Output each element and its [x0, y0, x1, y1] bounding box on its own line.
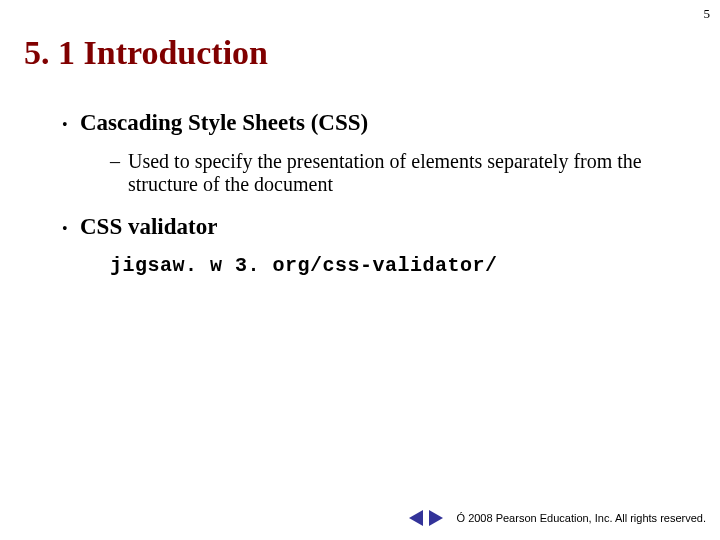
dash-icon: – [110, 150, 128, 196]
bullet-1: • Cascading Style Sheets (CSS) [62, 110, 680, 136]
footer: Ó 2008 Pearson Education, Inc. All right… [409, 510, 706, 526]
bullet-1-sub: – Used to specify the presentation of el… [110, 150, 680, 196]
bullet-2: • CSS validator [62, 214, 680, 240]
slide-body: • Cascading Style Sheets (CSS) – Used to… [62, 110, 680, 277]
next-slide-button[interactable] [429, 510, 443, 526]
copyright-text: 2008 Pearson Education, Inc. All rights … [465, 512, 706, 524]
bullet-1-text: Cascading Style Sheets (CSS) [80, 110, 368, 135]
slide-title: 5. 1 Introduction [24, 34, 268, 72]
bullet-dot-icon: • [62, 116, 76, 134]
copyright-symbol: Ó [457, 512, 466, 524]
bullet-2-code: jigsaw. w 3. org/css-validator/ [110, 254, 680, 277]
bullet-1-sub-text: Used to specify the presentation of elem… [128, 150, 680, 196]
bullet-2-text: CSS validator [80, 214, 217, 239]
slide: 5 5. 1 Introduction • Cascading Style Sh… [0, 0, 720, 540]
page-number: 5 [704, 6, 711, 22]
prev-slide-button[interactable] [409, 510, 423, 526]
bullet-dot-icon: • [62, 220, 76, 238]
copyright: Ó 2008 Pearson Education, Inc. All right… [457, 512, 706, 524]
nav-arrows [409, 510, 443, 526]
